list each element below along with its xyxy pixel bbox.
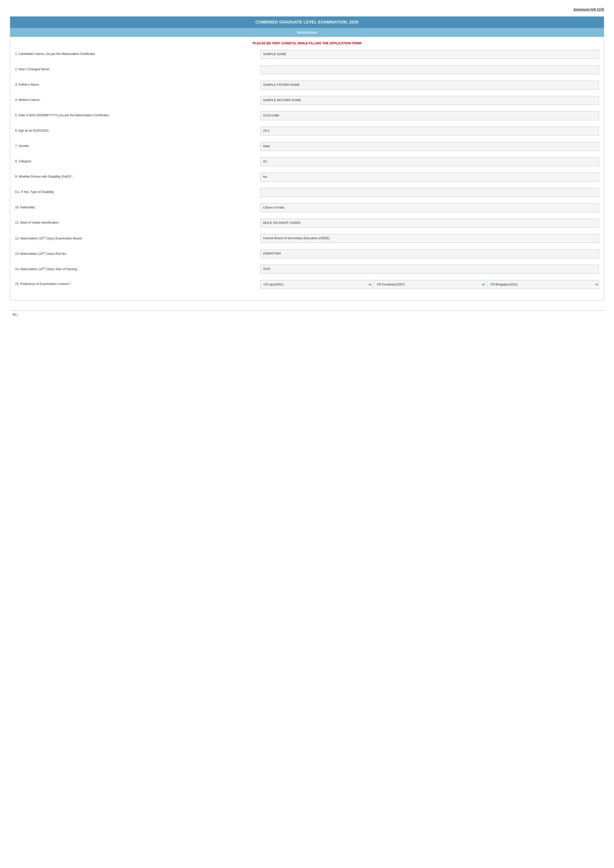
input-4: SAMPLE MOTHER NAME (260, 96, 599, 105)
input-13: 2389457600 (260, 250, 599, 258)
label-4: 4. Mother's Name: (15, 96, 260, 102)
field-1: SAMPLE NAME (260, 50, 599, 59)
form-row-3: 3. Father's Name: SAMPLE FATHER NAME (15, 81, 599, 93)
sub-title: Instructions (297, 30, 317, 34)
input-7: Male (260, 142, 599, 151)
label-9-1: 9.1. If Yes, Type of Disability: (15, 188, 260, 194)
label-3: 3. Father's Name: (15, 81, 260, 87)
form-row-2: 2. New / Changed Name: (15, 65, 599, 77)
label-2: 2. New / Changed Name: (15, 65, 260, 72)
form-row-5: 5. Date of Birth (DD/MM/YYYY) (As per th… (15, 111, 599, 123)
form-row-10: 10. Nationality: Citizen of India (15, 203, 599, 215)
form-row-6: 6. Age as on 01/01/2021: 25.0 (15, 127, 599, 138)
label-10: 10. Nationality: (15, 203, 260, 210)
form-row-11: 11. Mark of Visible Identification: MOLE… (15, 219, 599, 231)
form-row-12: 12. Matriculation (10th Class) Examinati… (15, 234, 599, 246)
input-3: SAMPLE FATHER NAME (260, 81, 599, 90)
field-7: Male (260, 142, 599, 151)
input-9-1 (260, 188, 599, 197)
field-12: Central Board of Secondary Education (CB… (260, 234, 599, 243)
field-10: Citizen of India (260, 203, 599, 212)
label-6: 6. Age as on 01/01/2021: (15, 127, 260, 133)
sub-header: Instructions (10, 28, 604, 37)
label-9: 9. Whether Person with Disability (PwD)?… (15, 173, 260, 179)
input-10: Citizen of India (260, 203, 599, 212)
input-9: No (260, 173, 599, 181)
field-3: SAMPLE FATHER NAME (260, 81, 599, 90)
label-14: 14. Matriculation (10th Class) Year of P… (15, 265, 260, 271)
field-4: SAMPLE MOTHER NAME (260, 96, 599, 105)
input-2 (260, 65, 599, 74)
input-8: SC (260, 157, 599, 166)
input-1: SAMPLE NAME (260, 50, 599, 59)
main-title: COMBINED GRADUATE LEVEL EXAMINATION, 202… (255, 20, 359, 24)
field-13: 2389457600 (260, 250, 599, 258)
footer: 45 | (10, 310, 604, 316)
exam-centers-container: CR-Agra(3001) CR-Gorakhpur(3007) CR-Bhag… (260, 280, 599, 289)
input-5: 01/01/1996 (260, 111, 599, 120)
label-1: 1. Candidate's Name: (As per the Matricu… (15, 50, 260, 56)
field-15: CR-Agra(3001) CR-Gorakhpur(3007) CR-Bhag… (260, 280, 599, 289)
form-row-15: 15. Preference of Examination Centres:* … (15, 280, 599, 292)
input-14: 2010 (260, 265, 599, 274)
form-body: 1. Candidate's Name: (As per the Matricu… (10, 48, 604, 300)
field-8: SC (260, 157, 599, 166)
form-row-1: 1. Candidate's Name: (As per the Matricu… (15, 50, 599, 62)
field-2 (260, 65, 599, 74)
label-7: 7. Gender: (15, 142, 260, 149)
field-9: No (260, 173, 599, 181)
exam-center-select-2[interactable]: CR-Gorakhpur(3007) (374, 280, 485, 289)
form-row-13: 13. Matriculation (10th Class) Roll No.:… (15, 250, 599, 261)
input-6: 25.0 (260, 127, 599, 136)
label-5: 5. Date of Birth (DD/MM/YYYY) (As per th… (15, 111, 260, 118)
input-11: MOLE ON RIGHT CHEEK (260, 219, 599, 228)
label-12: 12. Matriculation (10th Class) Examinati… (15, 234, 260, 241)
field-9-1 (260, 188, 599, 197)
form-row-9-1: 9.1. If Yes, Type of Disability: (15, 188, 599, 200)
form-row-8: 8. Category: SC (15, 157, 599, 169)
form-row-7: 7. Gender: Male (15, 142, 599, 154)
label-13: 13. Matriculation (10th Class) Roll No.: (15, 250, 260, 256)
input-12: Central Board of Secondary Education (CB… (260, 234, 599, 243)
field-5: 01/01/1996 (260, 111, 599, 120)
exam-center-select-3[interactable]: CR-Bhagalpur(3201) (487, 280, 599, 289)
form-row-9: 9. Whether Person with Disability (PwD)?… (15, 173, 599, 184)
exam-center-select-1[interactable]: CR-Agra(3001) (260, 280, 372, 289)
main-container: COMBINED GRADUATE LEVEL EXAMINATION, 202… (10, 16, 604, 301)
field-11: MOLE ON RIGHT CHEEK (260, 219, 599, 228)
form-row-14: 14. Matriculation (10th Class) Year of P… (15, 265, 599, 277)
main-header: COMBINED GRADUATE LEVEL EXAMINATION, 202… (10, 17, 604, 28)
label-11: 11. Mark of Visible Identification: (15, 219, 260, 225)
warning-text: PLEASE BE VERY CAREFUL WHILE FILLING THE… (10, 37, 604, 48)
label-15: 15. Preference of Examination Centres:* (15, 280, 260, 287)
annexure-title: Annexure-IVA (1/3) (10, 8, 604, 11)
label-8: 8. Category: (15, 157, 260, 164)
field-6: 25.0 (260, 127, 599, 136)
form-row-4: 4. Mother's Name: SAMPLE MOTHER NAME (15, 96, 599, 108)
field-14: 2010 (260, 265, 599, 274)
page-number: 45 (12, 313, 16, 316)
